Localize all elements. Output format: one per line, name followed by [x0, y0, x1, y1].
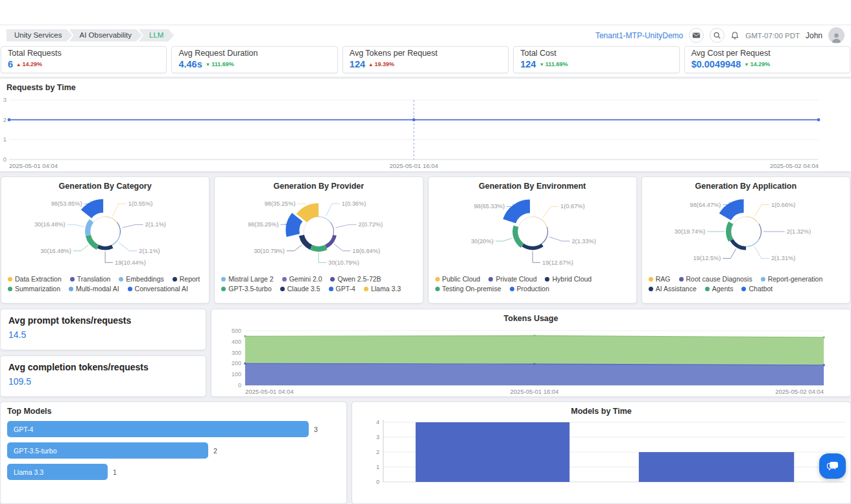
legend-item-claude-3-5[interactable]: Claude 3.5 — [280, 285, 320, 293]
legend-dot — [221, 277, 226, 282]
pie-slice-conversational-ai[interactable] — [81, 199, 103, 219]
legend-item-summarization[interactable]: Summarization — [8, 285, 60, 293]
legend-dot — [221, 287, 226, 291]
bar-gpt-3-5-turbo[interactable]: GPT-3.5-turbo — [7, 442, 208, 459]
label-leader-line — [754, 205, 769, 217]
notifications-button[interactable] — [730, 31, 739, 40]
messages-button[interactable] — [689, 28, 704, 43]
y-tick-label: 0 — [3, 156, 6, 163]
legend-dot — [649, 287, 653, 291]
legend-dot — [70, 277, 75, 282]
arrow-down-icon: ▼ — [206, 62, 210, 67]
breadcrumb-llm[interactable]: LLM — [139, 29, 174, 42]
legend-item-chatbot[interactable]: Chatbot — [741, 285, 773, 293]
legend-item-report-generation[interactable]: Report-generation — [761, 275, 823, 283]
stat-value: 14.5 — [8, 330, 198, 340]
slice-label: 30(16.48%) — [34, 221, 66, 228]
legend-label: Testing On-premise — [442, 285, 501, 293]
kpi-value-row: 124▼111.69% — [520, 59, 672, 69]
y-tick-label: 3 — [3, 96, 6, 103]
donut-row: Generation By Category1(0.55%)2(1.1%)2(1… — [1, 176, 850, 304]
area-bottom-series[interactable] — [245, 363, 824, 385]
legend-label: Chatbot — [749, 285, 773, 293]
legend-item-llama-3-3[interactable]: Llama 3.3 — [364, 285, 401, 293]
legend-label: Root cause Diagnosis — [686, 275, 752, 283]
legend-item-qwen-2-5-72b[interactable]: Qwen 2.5-72B — [330, 275, 381, 283]
x-tick-label: 2025-05-02 04:04 — [775, 388, 824, 395]
legend-label: Claude 3.5 — [287, 285, 320, 293]
bell-icon — [730, 31, 739, 40]
legend-label: Report-generation — [768, 275, 823, 283]
legend-item-multi-modal-ai[interactable]: Multi-modal AI — [69, 285, 119, 293]
label-leader-line — [122, 224, 143, 228]
legend-item-agents[interactable]: Agents — [705, 285, 734, 293]
legend-item-translation[interactable]: Translation — [70, 275, 111, 283]
legend-item-ai-assistance[interactable]: AI Assistance — [649, 285, 697, 293]
slice-label: 19(12.67%) — [542, 259, 573, 266]
label-leader-line — [336, 224, 357, 228]
pie-slice-chatbot[interactable] — [719, 199, 744, 220]
label-leader-line — [119, 243, 137, 251]
y-tick-label: 3 — [376, 434, 379, 440]
timezone-label: GMT-07:00 PDT — [745, 32, 800, 40]
slice-label: 98(65.33%) — [473, 203, 505, 210]
kpi-value-row: 4.46s▼111.69% — [178, 59, 330, 69]
legend-item-private-cloud[interactable]: Private Cloud — [488, 275, 536, 283]
bar-value: 2 — [213, 447, 217, 455]
kpi-delta: ▼14.29% — [744, 61, 770, 67]
legend-item-mistral-large-2[interactable]: Mistral Large 2 — [221, 275, 273, 283]
avatar[interactable] — [828, 27, 845, 43]
kpi-label: Total Cost — [520, 49, 672, 58]
y-tick-label: 4 — [376, 419, 379, 426]
tokens-usage-title: Tokens Usage — [211, 309, 850, 324]
data-point — [533, 335, 536, 337]
time-bar-1[interactable] — [416, 422, 569, 482]
stat-label: Avg prompt tokens/requests — [8, 315, 198, 326]
legend-item-testing-on-premise[interactable]: Testing On-premise — [435, 285, 501, 293]
slice-label: 30(19.74%) — [674, 228, 705, 235]
legend-dot — [329, 287, 333, 291]
data-point — [244, 363, 246, 365]
legend-item-gpt-4[interactable]: GPT-4 — [329, 285, 355, 293]
label-leader-line — [495, 238, 512, 241]
legend-item-gpt-3-5-turbo[interactable]: GPT-3.5-turbo — [221, 285, 272, 293]
legend-label: Private Cloud — [496, 275, 536, 283]
arrow-up-icon: ▲ — [16, 62, 21, 67]
slice-label: 98(64.47%) — [689, 202, 721, 208]
legend-dot — [435, 287, 440, 291]
kpi-value-row: $0.0049948▼14.29% — [691, 59, 843, 69]
time-bar-2[interactable] — [639, 452, 794, 482]
legend-dot — [8, 277, 12, 282]
donut-card-generation-by-application: Generation By Application1(0.66%)2(1.32%… — [641, 176, 850, 304]
legend-item-hybrid-cloud[interactable]: Hybrid Cloud — [545, 275, 592, 283]
legend-item-conversational-ai[interactable]: Conversational AI — [128, 285, 188, 293]
bar-gpt-4[interactable]: GPT-4 — [7, 421, 309, 437]
legend-item-data-extraction[interactable]: Data Extraction — [8, 275, 62, 283]
legend-item-gemini-2-0[interactable]: Gemini 2.0 — [282, 275, 322, 283]
breadcrumb-unity-services[interactable]: Unity Services — [6, 29, 73, 42]
donut-ring — [518, 217, 547, 246]
legend-item-production[interactable]: Production — [510, 285, 549, 293]
gridlines: 0123 — [3, 96, 819, 163]
legend-item-embeddings[interactable]: Embeddings — [119, 275, 163, 283]
tenant-link[interactable]: Tenant1-MTP-UnityDemo — [595, 31, 683, 40]
legend-dot — [679, 277, 684, 282]
slice-label: 2(1.32%) — [787, 228, 811, 235]
search-button[interactable] — [710, 28, 725, 43]
legend-item-report[interactable]: Report — [173, 275, 200, 283]
donut-chart-generation-by-provider: 1(0.36%)2(0.72%)19(6.84%)30(10.79%)30(10… — [215, 191, 422, 272]
chat-fab[interactable] — [819, 453, 846, 479]
legend-item-root-cause-diagnosis[interactable]: Root cause Diagnosis — [679, 275, 752, 283]
breadcrumb-ai-observability[interactable]: AI Observability — [69, 29, 143, 42]
kpi-row: Total Requests6▲14.29%Avg Request Durati… — [1, 46, 850, 73]
legend-item-rag[interactable]: RAG — [649, 275, 671, 283]
donut-ring — [90, 217, 120, 246]
area-top-series[interactable] — [245, 336, 824, 365]
legend-label: Llama 3.3 — [371, 285, 401, 293]
slice-label: 2(1.1%) — [139, 248, 160, 254]
legend-item-public-cloud[interactable]: Public Cloud — [435, 275, 481, 283]
slice-label: 2(1.33%) — [571, 238, 595, 245]
legend-dot — [119, 277, 123, 282]
bar-llama-3-3[interactable]: Llama 3.3 — [7, 464, 108, 480]
y-tick-label: 1 — [3, 136, 6, 143]
